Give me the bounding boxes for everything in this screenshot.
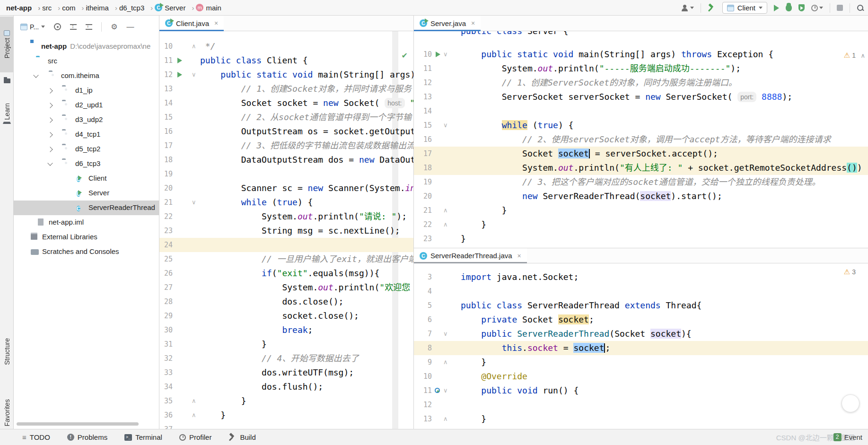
statusbar-item-profiler[interactable]: Profiler xyxy=(179,433,212,441)
line-number[interactable]: 3 xyxy=(414,270,432,284)
line-number[interactable]: 10 xyxy=(159,39,173,53)
stop-button[interactable] xyxy=(837,5,843,11)
line-number[interactable]: 36 xyxy=(159,408,173,422)
line-number[interactable]: 15 xyxy=(414,118,432,132)
line-number[interactable]: 13 xyxy=(414,90,432,104)
tree-row-net-app-iml[interactable]: net-app.iml xyxy=(14,215,159,230)
code-line[interactable]: 12∨ public static void main(String[] arg… xyxy=(159,68,413,82)
line-number[interactable]: 12 xyxy=(414,398,432,412)
line-number[interactable]: 25 xyxy=(159,252,173,266)
statusbar-item-problems[interactable]: !Problems xyxy=(67,433,107,441)
code-line[interactable]: 22 System.out.println("请说: "); xyxy=(159,209,413,224)
sidebar-tab-structure[interactable]: Structure xyxy=(0,325,14,377)
line-number[interactable]: 7 xyxy=(414,327,432,341)
chevron-right-icon[interactable] xyxy=(47,132,53,137)
line-number[interactable]: 31 xyxy=(159,337,173,351)
breadcrumb-item[interactable]: com xyxy=(62,4,84,12)
inspections-warning-widget[interactable]: ⚠ 3 xyxy=(844,268,856,276)
code-line[interactable]: 27 System.out.println("欢迎您 xyxy=(159,280,413,295)
code-line[interactable]: 24 xyxy=(159,238,413,252)
code-line[interactable]: 21∨ while (true) { xyxy=(159,195,413,209)
code-line[interactable]: 12 xyxy=(414,398,868,412)
run-config-selector[interactable]: Client xyxy=(722,2,767,14)
code-line[interactable]: 16 // 2、使用serverSocket对象，调用一个accept方法，等待… xyxy=(414,132,868,147)
code-line[interactable]: 20 Scanner sc = new Scanner(System.in xyxy=(159,181,413,195)
code-line[interactable]: 14 Socket socket = new Socket( host: "1 xyxy=(159,96,413,110)
code-line[interactable]: 10∨ public static void main(String[] arg… xyxy=(414,47,868,61)
line-number[interactable]: 13 xyxy=(414,412,432,426)
s idebar-commit-icon[interactable] xyxy=(0,75,14,87)
code-line[interactable]: 29 socket.close(); xyxy=(159,309,413,323)
code-line[interactable]: 26 if("exit".equals(msg)){ xyxy=(159,266,413,280)
line-number[interactable]: 24 xyxy=(159,238,173,252)
line-number[interactable]: 21 xyxy=(414,203,432,218)
line-number[interactable]: 29 xyxy=(159,309,173,323)
tree-row-net-app[interactable]: net-appD:\code\javasepromax\ne xyxy=(14,39,159,54)
fold-marker[interactable]: ∧ xyxy=(192,408,196,422)
coverage-button[interactable] xyxy=(798,4,805,11)
code-line[interactable]: 10 @Override xyxy=(414,369,868,384)
code-line[interactable]: 21∧ } xyxy=(414,203,868,218)
code-line[interactable]: 12 // 1、创建ServerSocket的对象，同时为服务端注册端口。 xyxy=(414,76,868,90)
chevron-right-icon[interactable] xyxy=(47,147,53,152)
fold-marker[interactable]: ∨ xyxy=(443,327,448,341)
breadcrumb-item-server[interactable]: C Server xyxy=(155,4,194,12)
gear-icon[interactable]: ⚙ xyxy=(111,22,117,31)
line-number[interactable]: 22 xyxy=(414,218,432,232)
code-line[interactable]: 18 System.out.println("有人上线了: " + socket… xyxy=(414,161,868,175)
line-number[interactable]: 34 xyxy=(159,380,173,394)
event-count-badge[interactable]: 2 xyxy=(833,433,842,441)
code-editor-client[interactable]: 10∧ */11public class Client {12∨ public … xyxy=(159,31,413,429)
tree-row-external-libraries[interactable]: External Libraries xyxy=(14,230,159,244)
line-number[interactable]: 5 xyxy=(414,298,432,313)
code-line[interactable]: 32 // 4、开始写数据出去了 xyxy=(159,351,413,366)
code-line[interactable]: 3import java.net.Socket; xyxy=(414,270,868,284)
line-number[interactable]: 10 xyxy=(414,369,432,384)
line-number[interactable]: 4 xyxy=(414,284,432,298)
line-number[interactable]: 22 xyxy=(159,209,173,224)
code-line[interactable]: 35∧ } xyxy=(159,394,413,408)
run-gutter-icon[interactable] xyxy=(436,52,440,57)
code-line[interactable]: 17 Socket socket = serverSocket.accept()… xyxy=(414,147,868,161)
code-line[interactable]: 11 System.out.println("-----服务端启动成功-----… xyxy=(414,61,868,76)
code-line[interactable]: 15 // 2、从socket通信管道中得到一个字节输 xyxy=(159,110,413,124)
fold-marker[interactable]: ∧ xyxy=(443,203,448,218)
line-number[interactable]: 15 xyxy=(159,110,173,124)
breadcrumb-item[interactable]: d6_tcp3 xyxy=(119,4,153,12)
fold-marker[interactable]: ∧ xyxy=(192,39,196,53)
tree-row-com-itheima[interactable]: com.itheima xyxy=(14,69,159,83)
code-line[interactable]: 18 DataOutputStream dos = new DataOut xyxy=(159,153,413,167)
code-line[interactable]: 16 OutputStream os = socket.getOutputS xyxy=(159,124,413,139)
line-number[interactable]: 8 xyxy=(414,341,432,355)
line-number[interactable]: 23 xyxy=(414,232,432,246)
line-number[interactable]: 32 xyxy=(159,351,173,366)
line-number[interactable]: 12 xyxy=(414,76,432,90)
tree-row-d3-udp2[interactable]: d3_udp2 xyxy=(14,113,159,127)
line-number[interactable]: 9 xyxy=(414,355,432,369)
run-gutter-icon[interactable] xyxy=(177,72,182,78)
code-line[interactable]: 7∨ public ServerReaderThread(Socket sock… xyxy=(414,327,868,341)
tab-serverreaderthread-java[interactable]: C ServerReaderThread.java × xyxy=(414,248,527,263)
fold-marker[interactable]: ∧ xyxy=(443,412,448,426)
line-number[interactable]: 28 xyxy=(159,295,173,309)
line-number[interactable]: 35 xyxy=(159,394,173,408)
fold-marker[interactable]: ∨ xyxy=(443,118,448,132)
tab-server-java[interactable]: C Server.java × xyxy=(414,16,481,31)
line-number[interactable]: 10 xyxy=(414,47,432,61)
line-number[interactable]: 27 xyxy=(159,280,173,295)
line-number[interactable]: 14 xyxy=(414,104,432,118)
code-line[interactable]: 10∧ */ xyxy=(159,39,413,53)
line-number[interactable]: 13 xyxy=(159,82,173,96)
tree-row-client[interactable]: CClient xyxy=(14,171,159,186)
code-line[interactable]: 19 // 3、把这个客户端对应的socket通信管道，交给一个独立的线程负责处… xyxy=(414,175,868,189)
tree-row-d6-tcp3[interactable]: d6_tcp3 xyxy=(14,157,159,171)
breadcrumb-item-main[interactable]: m main xyxy=(196,4,221,12)
tree-row-d5-tcp2[interactable]: d5_tcp2 xyxy=(14,142,159,157)
code-line[interactable]: 11public class Client { xyxy=(159,53,413,68)
code-line[interactable]: 9∧ } xyxy=(414,355,868,369)
code-line[interactable]: 15∨ while (true) { xyxy=(414,118,868,132)
chevron-down-icon[interactable] xyxy=(33,72,38,78)
code-line[interactable]: 31 } xyxy=(159,337,413,351)
code-line[interactable]: 37 xyxy=(159,422,413,429)
line-number[interactable]: 18 xyxy=(159,153,173,167)
